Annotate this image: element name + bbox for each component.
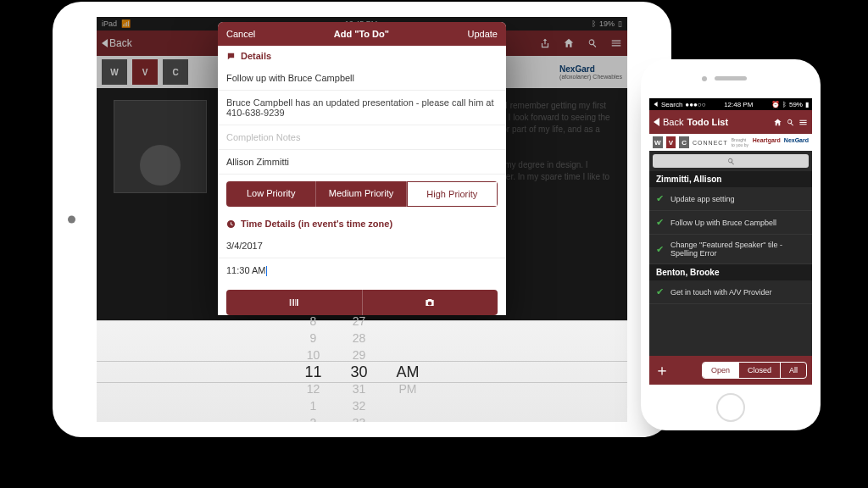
status-search[interactable]: Search [661,101,682,108]
iphone-device: Search ●●●○○ 12:48 PM ⏰ ᛒ 59% ▮ Back Tod… [641,59,821,430]
add-todo-modal: Cancel Add "To Do" Update Details Follow… [218,22,506,315]
filter-all[interactable]: All [780,363,806,378]
list-group-header: Benton, Brooke [649,264,812,280]
iphone-camera [702,76,707,81]
chevron-left-icon[interactable] [654,118,659,126]
filter-segmented: Open Closed All [702,362,807,379]
update-button[interactable]: Update [468,29,498,39]
iphone-bottom-bar: ＋ Open Closed All [649,356,812,385]
list-item[interactable]: ✔Get in touch with A/V Provider [649,280,812,304]
time-picker[interactable]: 8 9 10 11 12 1 2 27 28 29 30 31 32 33 [97,320,627,422]
battery-icon: ▮ [805,101,809,108]
time-details-label: Time Details (in event's time zone) [218,214,506,234]
list-item[interactable]: ✔Change "Featured Speaker" tile - Spelli… [649,235,812,264]
back-label[interactable]: Back [663,117,683,127]
iphone-screen: Search ●●●○○ 12:48 PM ⏰ ᛒ 59% ▮ Back Tod… [649,98,812,385]
priority-medium[interactable]: Medium Priority [316,181,406,207]
ipad-device: iPad 📶 12:45 PM ᛒ 19% ▯ Back Team Member… [53,2,671,437]
iphone-navbar: Back Todo List [649,110,812,134]
ipad-screen: iPad 📶 12:45 PM ᛒ 19% ▯ Back Team Member… [97,17,627,422]
filter-open[interactable]: Open [703,363,738,378]
modal-header: Cancel Add "To Do" Update [218,22,506,46]
alarm-icon: ⏰ [771,101,780,108]
battery-percent: 59% [789,101,803,108]
priority-high[interactable]: High Priority [407,181,498,207]
subject-field[interactable]: Follow up with Bruce Campbell [218,66,506,91]
cancel-button[interactable]: Cancel [226,29,255,39]
check-icon: ✔ [656,217,664,228]
signal-icon: ●●●○○ [685,101,705,108]
note-field[interactable]: Bruce Campbell has an updated presentati… [218,91,506,125]
ipad-home-button[interactable] [68,216,75,224]
date-field[interactable]: 3/4/2017 [218,234,506,258]
list-item[interactable]: ✔Update app setting [649,187,812,211]
picker-ampm[interactable]: AM PM [397,313,420,423]
search-icon[interactable] [786,118,795,127]
camera-icon [424,297,436,308]
back-to-search-icon[interactable] [654,102,657,107]
bluetooth-icon: ᛒ [782,101,787,108]
time-field[interactable]: 11:30 AM [218,258,506,283]
modal-title: Add "To Do" [334,29,389,39]
iphone-status-bar: Search ●●●○○ 12:48 PM ⏰ ᛒ 59% ▮ [649,98,812,110]
check-icon: ✔ [656,193,664,204]
assignee-field[interactable]: Allison Zimmitti [218,150,506,175]
completion-notes-field[interactable]: Completion Notes [218,125,506,150]
iphone-clock: 12:48 PM [724,101,753,108]
home-icon[interactable] [773,118,782,127]
check-icon: ✔ [656,286,664,297]
clock-icon [226,219,236,229]
speech-bubble-icon [226,52,236,61]
priority-segmented: Low Priority Medium Priority High Priori… [226,181,498,207]
iphone-home-button[interactable] [716,393,745,422]
add-button[interactable]: ＋ [654,360,670,380]
priority-low[interactable]: Low Priority [226,181,316,207]
iphone-brand-strip: W V C CONNECT Brought to you by Heartgar… [649,134,812,151]
details-label: Details [218,46,506,66]
search-icon [726,157,736,166]
picker-hours[interactable]: 8 9 10 11 12 1 2 [304,313,321,423]
search-input[interactable] [653,154,809,168]
list-item[interactable]: ✔Follow Up with Bruce Campbell [649,211,812,235]
iphone-speaker [715,76,747,80]
filter-closed[interactable]: Closed [738,363,780,378]
page-title: Todo List [687,117,770,127]
check-icon: ✔ [656,244,664,255]
barcode-icon [288,297,300,308]
menu-icon[interactable] [798,118,808,127]
picker-minutes[interactable]: 27 28 29 30 31 32 33 [351,313,368,423]
list-group-header: Zimmitti, Allison [649,171,812,187]
